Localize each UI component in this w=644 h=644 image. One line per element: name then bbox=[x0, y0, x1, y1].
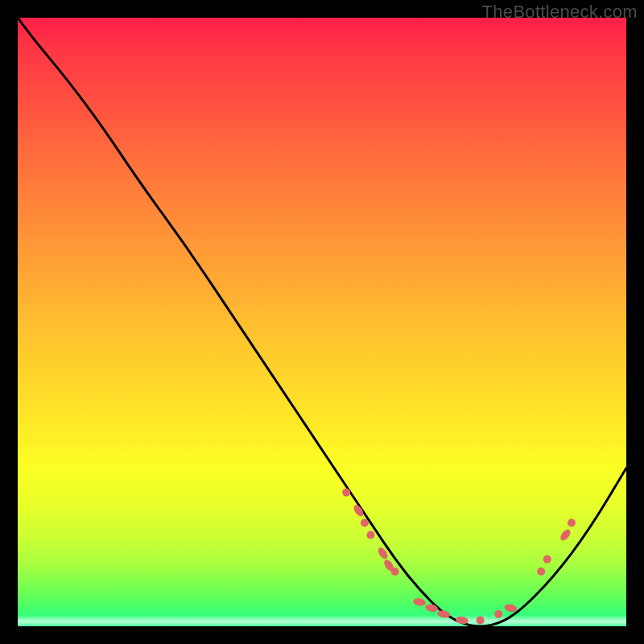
watermark-text: TheBottleneck.com bbox=[482, 2, 638, 23]
left-cluster-mid bbox=[361, 519, 369, 527]
right-cluster-b bbox=[543, 555, 551, 564]
markers-group bbox=[342, 489, 576, 625]
chart-svg bbox=[18, 18, 626, 626]
left-cluster-bottom bbox=[391, 568, 399, 576]
right-cluster-d bbox=[568, 519, 576, 527]
right-cluster-c bbox=[559, 528, 572, 543]
valley-right2 bbox=[504, 603, 518, 613]
right-cluster-a bbox=[537, 568, 545, 576]
left-cluster-top bbox=[342, 489, 350, 497]
plot-area bbox=[18, 18, 626, 626]
bottleneck-curve bbox=[18, 18, 626, 626]
valley-left bbox=[412, 597, 426, 607]
chart-frame: TheBottleneck.com bbox=[0, 0, 644, 644]
valley-left2 bbox=[424, 603, 438, 613]
left-cluster-mid2 bbox=[367, 531, 375, 539]
valley-mid3 bbox=[477, 616, 485, 624]
valley-right1 bbox=[494, 610, 502, 618]
